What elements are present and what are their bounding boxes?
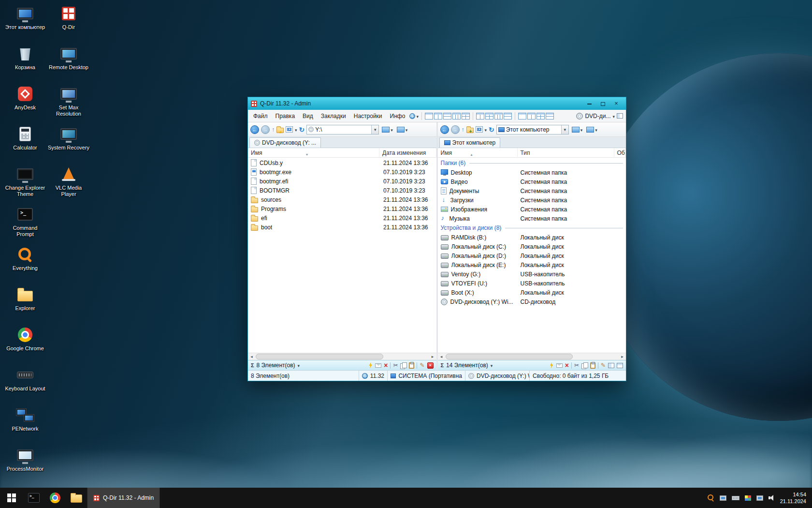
copy-icon[interactable] — [581, 362, 588, 369]
minimize-button[interactable] — [582, 98, 596, 109]
paste-icon[interactable] — [409, 362, 414, 369]
column-header-type[interactable]: Тип — [518, 148, 614, 158]
desktop-icon-change-explorer-theme[interactable]: Change Explorer Theme — [4, 165, 46, 197]
item-count[interactable]: 8 Элемент(ов) — [257, 362, 295, 369]
drive-row[interactable]: VTOYEFI (U:)USB-накопитель — [438, 279, 626, 288]
chevron-down-icon[interactable] — [612, 113, 615, 119]
dvd-row[interactable]: DVD-дисковод (Y:) Wi...CD-дисковод — [438, 297, 626, 306]
folder-row[interactable]: ИзображенияСистемная папка — [438, 205, 626, 214]
folder-row[interactable]: МузыкаСистемная папка — [438, 214, 626, 223]
scrollbar-thumb[interactable] — [446, 354, 573, 359]
layout-2h-button[interactable] — [504, 113, 512, 120]
desktop-icon-penetwork[interactable]: PENetwork — [4, 406, 46, 432]
maximize-button[interactable] — [596, 98, 609, 109]
panel-split-icon[interactable] — [608, 363, 614, 368]
right-horizontal-scrollbar[interactable] — [438, 353, 626, 360]
close-button[interactable]: × — [609, 98, 623, 109]
desktop-icon-system-recovery[interactable]: System Recovery — [47, 125, 90, 151]
up-button[interactable] — [272, 127, 275, 133]
cut-icon[interactable] — [393, 362, 398, 368]
desktop-icon-set-max-resolution[interactable]: Set Max Resolution — [47, 85, 90, 117]
tray-volume-icon[interactable] — [768, 495, 775, 501]
folder-row[interactable]: ДокументыСистемная папка — [438, 186, 626, 195]
view-style-button[interactable] — [571, 126, 584, 133]
close-pane-icon[interactable] — [427, 362, 434, 369]
menu-edit[interactable]: Правка — [272, 111, 299, 121]
scroll-right-arrow[interactable] — [429, 353, 436, 360]
folder-row[interactable]: Programs21.11.2024 13:36 — [248, 204, 436, 213]
group-header-folders[interactable]: Папки (6) — [438, 158, 626, 168]
paste-icon[interactable] — [590, 362, 595, 369]
desktop-icon-qdir[interactable]: Q-Dir — [47, 5, 90, 30]
menu-info[interactable]: Инфо — [387, 111, 409, 121]
panel-split-h-icon[interactable] — [617, 363, 623, 368]
left-horizontal-scrollbar[interactable] — [248, 353, 436, 360]
column-header-size[interactable]: Об — [614, 148, 626, 158]
view-grid-button[interactable] — [286, 126, 293, 133]
back-button[interactable]: ← — [440, 125, 449, 134]
layout-single-button[interactable] — [425, 113, 433, 120]
drive-row[interactable]: Локальный диск (D:)Локальный диск — [438, 251, 626, 260]
layout-3v-button[interactable] — [494, 113, 503, 120]
column-header-date[interactable]: Дата изменения — [379, 148, 436, 158]
chevron-down-icon[interactable] — [295, 127, 297, 133]
layout-4-button[interactable] — [536, 113, 545, 120]
layout-4-button[interactable] — [462, 113, 470, 120]
copy-icon[interactable] — [400, 362, 406, 369]
scroll-right-arrow[interactable] — [619, 353, 626, 360]
scroll-left-arrow[interactable] — [438, 353, 445, 360]
column-header-name[interactable]: Имя — [248, 148, 379, 158]
sort-icon[interactable] — [471, 151, 473, 157]
desktop-icon-calculator[interactable]: Calculator — [4, 125, 46, 151]
desktop-icon-explorer[interactable]: Explorer — [4, 286, 46, 312]
cut-icon[interactable] — [574, 362, 579, 368]
folder-row[interactable]: DesktopСистемная папка — [438, 168, 626, 177]
taskbar-clock[interactable]: 14:54 21.11.2024 — [780, 491, 806, 505]
titlebar[interactable]: Q-Dir 11.32 - Admin × — [248, 97, 626, 110]
address-dropdown-button[interactable] — [371, 125, 378, 134]
column-header-name[interactable]: Имя — [438, 148, 518, 158]
group-header-devices[interactable]: Устройства и диски (8) — [438, 223, 626, 233]
desktop-icon-keyboard-layout[interactable]: Keyboard Layout — [4, 366, 46, 392]
mail-icon[interactable] — [556, 363, 563, 368]
address-bar[interactable]: Y:\ — [306, 125, 379, 134]
address-dropdown-button[interactable] — [561, 125, 568, 134]
layout-2v-button[interactable] — [476, 113, 484, 120]
refresh-icon[interactable] — [489, 126, 494, 133]
delete-icon[interactable] — [384, 362, 388, 369]
folder-row[interactable]: ВидеоСистемная папка — [438, 177, 626, 186]
chevron-down-icon[interactable] — [416, 113, 419, 119]
menu-bookmarks[interactable]: Закладки — [318, 111, 349, 121]
sort-icon[interactable] — [306, 151, 308, 157]
taskbar-icon-chrome[interactable] — [44, 488, 66, 508]
desktop-icon-command-prompt[interactable]: Command Prompt — [4, 206, 46, 237]
drive-row[interactable]: Локальный диск (C:)Локальный диск — [438, 242, 626, 251]
folder-row[interactable]: ЗагрузкиСистемная папка — [438, 195, 626, 205]
taskbar-task-qdir[interactable]: Q-Dir 11.32 - Admin — [87, 488, 160, 508]
tray-keyboard-icon[interactable] — [732, 496, 740, 500]
desktop-icon-anydesk[interactable]: AnyDesk — [4, 85, 46, 111]
back-button[interactable]: ← — [250, 125, 259, 134]
drive-menu-label[interactable]: DVD-ди... — [585, 113, 610, 120]
desktop-icon-processmonitor[interactable]: ProcessMonitor — [4, 447, 46, 472]
view-style-button-2[interactable] — [585, 126, 598, 133]
view-grid-button[interactable] — [476, 126, 483, 133]
panel-toggle-icon[interactable] — [617, 113, 623, 119]
tray-monitor-icon[interactable] — [720, 495, 726, 501]
file-row[interactable]: BOOTMGR07.10.2019 3:23 — [248, 186, 436, 195]
file-row[interactable]: bootmgr.efi07.10.2019 3:23 — [248, 177, 436, 186]
tray-display-icon[interactable] — [745, 495, 751, 501]
drive-row[interactable]: Boot (X:)Локальный диск — [438, 288, 626, 297]
desktop-icon-recycle-bin[interactable]: Корзина — [4, 45, 46, 71]
tab-this-pc[interactable]: Этот компьютер — [439, 137, 501, 148]
chevron-down-icon[interactable] — [298, 362, 300, 368]
favorites-folder-icon[interactable] — [276, 128, 284, 133]
tray-search-icon[interactable] — [708, 494, 714, 501]
menu-file[interactable]: Файл — [250, 111, 271, 121]
file-row[interactable]: bootmgr.exe07.10.2019 3:23 — [248, 167, 436, 177]
filter-bolt-icon[interactable] — [550, 362, 554, 369]
edit-icon[interactable] — [601, 362, 606, 368]
chevron-down-icon[interactable] — [491, 362, 493, 368]
chevron-down-icon[interactable] — [485, 127, 487, 133]
forward-button[interactable]: → — [261, 125, 270, 134]
